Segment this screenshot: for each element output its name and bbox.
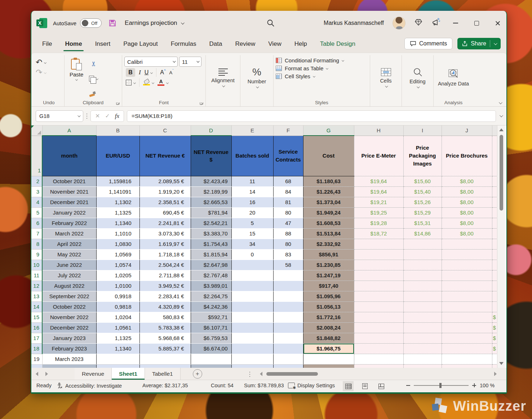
- cell-H19[interactable]: [354, 354, 403, 364]
- cell-E16[interactable]: [231, 322, 273, 333]
- cell-C8[interactable]: 1.619,97 €: [139, 239, 191, 249]
- cell-I14[interactable]: [403, 301, 442, 312]
- row-header-16[interactable]: 16: [31, 322, 42, 333]
- row-header-4[interactable]: 4: [31, 197, 42, 207]
- tab-bar-grip[interactable]: [249, 371, 251, 378]
- cell-E8[interactable]: 34: [231, 239, 273, 249]
- cell-G7[interactable]: $1.513,84: [303, 228, 354, 239]
- cell-J12[interactable]: [442, 281, 492, 291]
- column-header-F[interactable]: F: [273, 125, 303, 136]
- cell-F9[interactable]: 83: [273, 249, 303, 260]
- insert-function-button[interactable]: fx: [115, 113, 119, 120]
- cell-E19[interactable]: [231, 354, 273, 364]
- row-header-6[interactable]: 6: [31, 218, 42, 228]
- cell-D7[interactable]: $3.383,70: [191, 228, 231, 239]
- tab-home[interactable]: Home: [65, 40, 82, 48]
- row-header-1[interactable]: 1: [31, 136, 42, 176]
- cell-J7[interactable]: $8,00: [442, 228, 492, 239]
- cell-I19[interactable]: [403, 354, 442, 364]
- cell-I8[interactable]: [403, 239, 442, 249]
- new-sheet-button[interactable]: +: [193, 369, 202, 379]
- cell-A10[interactable]: June 2022: [42, 260, 96, 270]
- cell-J5[interactable]: $8,00: [442, 207, 492, 218]
- cell-F13[interactable]: [273, 291, 303, 301]
- format-as-table-button[interactable]: Format as Table: [276, 65, 368, 71]
- cell-J13[interactable]: [442, 291, 492, 301]
- tab-data[interactable]: Data: [209, 40, 222, 48]
- cell-H16[interactable]: [354, 322, 403, 333]
- cell-F2[interactable]: 68: [273, 176, 303, 186]
- share-button[interactable]: Share: [457, 38, 501, 49]
- cell-C17[interactable]: 5.968,68 €: [139, 333, 191, 343]
- cell-G19[interactable]: [303, 354, 354, 364]
- analyze-data-button[interactable]: Analyze Data: [436, 57, 471, 98]
- row-header-7[interactable]: 7: [31, 228, 42, 239]
- cell-K17[interactable]: $: [492, 333, 497, 343]
- cell-C18[interactable]: 5.885,37 €: [139, 343, 191, 354]
- cell-H15[interactable]: [354, 312, 403, 322]
- cell-B3[interactable]: 1,141091: [96, 186, 139, 197]
- cell-D15[interactable]: $592,71: [191, 312, 231, 322]
- tab-review[interactable]: Review: [235, 40, 255, 48]
- cell-A11[interactable]: July 2022: [42, 270, 96, 281]
- tab-page-layout[interactable]: Page Layout: [123, 40, 158, 48]
- cell-B5[interactable]: 1,1325: [96, 207, 139, 218]
- horizontal-scroll-thumb[interactable]: [266, 372, 318, 376]
- cell-G18[interactable]: $1.968,75: [303, 343, 354, 354]
- cell-H7[interactable]: $18,72: [354, 228, 403, 239]
- cell-C13[interactable]: 2.283,41 €: [139, 291, 191, 301]
- cell-I2[interactable]: $15,60: [403, 176, 442, 186]
- cell-E7[interactable]: 15: [231, 228, 273, 239]
- formula-bar-expand-chevron-icon[interactable]: [500, 114, 503, 117]
- cell-J20[interactable]: [442, 364, 492, 368]
- editing-button[interactable]: Editing: [404, 57, 431, 98]
- cell-K13[interactable]: [492, 291, 497, 301]
- cell-C9[interactable]: 1.718,18 €: [139, 249, 191, 260]
- column-header-B[interactable]: B: [96, 125, 139, 136]
- cell-E13[interactable]: [231, 291, 273, 301]
- cell-E9[interactable]: 0: [231, 249, 273, 260]
- cell-I5[interactable]: $15,29: [403, 207, 442, 218]
- cell-E1[interactable]: Batches sold: [231, 136, 273, 176]
- cell-E12[interactable]: [231, 281, 273, 291]
- row-header-18[interactable]: 18: [31, 343, 42, 354]
- cell-G4[interactable]: $1.373,04: [303, 197, 354, 207]
- cell-I12[interactable]: [403, 281, 442, 291]
- cell-D5[interactable]: $781,94: [191, 207, 231, 218]
- cell-C10[interactable]: 2.504,24 €: [139, 260, 191, 270]
- maximize-button[interactable]: [470, 17, 483, 29]
- cell-I16[interactable]: [403, 322, 442, 333]
- cell-I20[interactable]: [403, 364, 442, 368]
- cell-J6[interactable]: $8,00: [442, 218, 492, 228]
- cell-D6[interactable]: $2.542,21: [191, 218, 231, 228]
- cell-F6[interactable]: 47: [273, 218, 303, 228]
- cell-E17[interactable]: [231, 333, 273, 343]
- cell-J8[interactable]: [442, 239, 492, 249]
- cell-D4[interactable]: $2.665,53: [191, 197, 231, 207]
- row-header-3[interactable]: 3: [31, 186, 42, 197]
- page-break-view-button[interactable]: [376, 381, 387, 391]
- cell-B20[interactable]: [96, 364, 139, 368]
- cell-C11[interactable]: 2.711,88 €: [139, 270, 191, 281]
- user-avatar[interactable]: [393, 17, 405, 30]
- cell-I9[interactable]: [403, 249, 442, 260]
- sheet-tab-tabelle1[interactable]: Tabelle1: [145, 368, 181, 380]
- minimize-button[interactable]: [449, 17, 462, 29]
- cell-F4[interactable]: 81: [273, 197, 303, 207]
- fill-color-button[interactable]: [143, 80, 154, 85]
- cell-K20[interactable]: [492, 364, 497, 368]
- display-settings-button[interactable]: Display Settings: [288, 383, 335, 388]
- cell-B17[interactable]: 1,1325: [96, 333, 139, 343]
- cell-B2[interactable]: 1,159816: [96, 176, 139, 186]
- cell-F12[interactable]: [273, 281, 303, 291]
- document-title[interactable]: Earnings projection: [125, 19, 177, 27]
- cut-button[interactable]: ✂: [90, 58, 98, 67]
- row-header-13[interactable]: 13: [31, 291, 42, 301]
- cell-B16[interactable]: 1,0561: [96, 322, 139, 333]
- cell-D17[interactable]: $6.759,53: [191, 333, 231, 343]
- cell-H5[interactable]: $19,25: [354, 207, 403, 218]
- close-button[interactable]: [491, 17, 504, 29]
- cell-B19[interactable]: [96, 354, 139, 364]
- cell-D16[interactable]: $6.107,71: [191, 322, 231, 333]
- accessibility-status[interactable]: Accessibility: Investigate: [57, 383, 122, 389]
